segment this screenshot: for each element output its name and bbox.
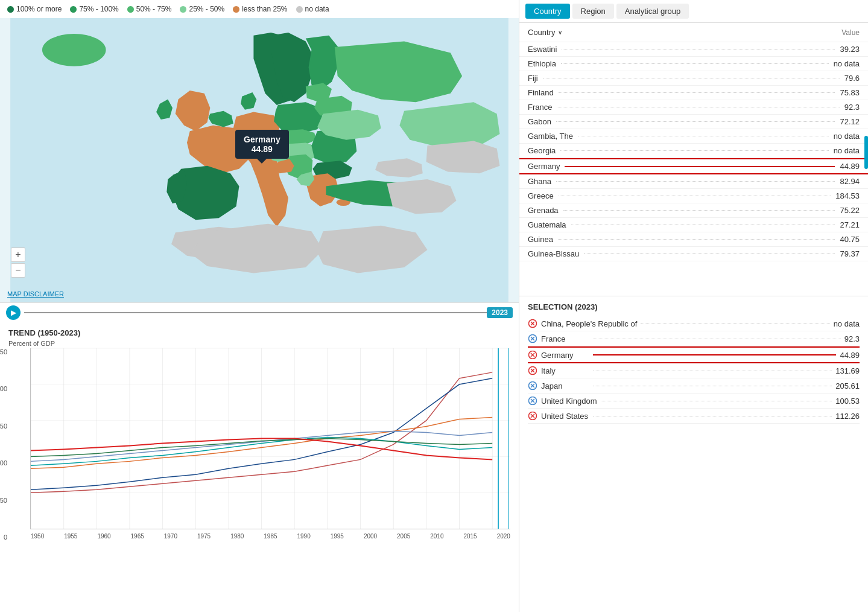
country-value-france: 92.3 <box>844 103 860 112</box>
dots-guinea-bissau <box>584 253 835 254</box>
remove-germany-button[interactable] <box>528 350 537 360</box>
scrollbar-thumb[interactable] <box>864 136 868 169</box>
sel-value-japan: 205.61 <box>835 381 860 390</box>
x-circle-icon-italy <box>528 366 537 375</box>
country-row-grenada[interactable]: Grenada 75.22 <box>519 203 868 218</box>
legend-label-75: 75% - 100% <box>79 5 118 13</box>
dots-gambia <box>578 136 829 136</box>
x-2000: 2000 <box>364 533 377 540</box>
country-value-gabon: 72.12 <box>840 117 860 126</box>
country-row-fiji[interactable]: Fiji 79.6 <box>519 71 868 86</box>
remove-china-button[interactable] <box>528 319 537 328</box>
y-100: 100 <box>0 459 7 467</box>
country-name-guinea: Guinea <box>528 235 553 244</box>
tabs: Country Region Analytical group <box>519 0 868 23</box>
country-name-gabon: Gabon <box>528 117 551 126</box>
y-50: 50 <box>0 497 7 504</box>
tab-analytical-group[interactable]: Analytical group <box>616 4 689 19</box>
timeline-year: 2023 <box>487 307 513 318</box>
y-250: 250 <box>0 348 7 355</box>
x-circle-icon-uk <box>528 397 537 405</box>
x-1950: 1950 <box>31 533 44 540</box>
country-value-guatemala: 27.21 <box>840 220 860 229</box>
x-1990: 1990 <box>297 533 311 540</box>
sel-dots-germany <box>593 354 836 355</box>
country-row-finland[interactable]: Finland 75.83 <box>519 86 868 100</box>
dots-gabon <box>556 121 835 122</box>
map-svg[interactable] <box>0 18 519 302</box>
dots-guinea <box>558 239 835 240</box>
sel-name-germany: Germany <box>541 351 589 360</box>
sel-value-italy: 131.69 <box>835 366 860 375</box>
x-circle-icon-china <box>528 319 537 328</box>
dots-guatemala <box>571 225 835 225</box>
x-circle-icon-us <box>528 412 537 420</box>
x-1975: 1975 <box>197 533 211 540</box>
country-row-germany[interactable]: Germany 44.89 <box>519 158 868 174</box>
selection-title: SELECTION (2023) <box>528 302 860 311</box>
y-150: 150 <box>0 422 7 430</box>
selection-row-germany: Germany 44.89 <box>528 346 860 363</box>
trend-title: TREND (1950-2023) <box>8 328 510 337</box>
country-row-ethiopia[interactable]: Ethiopia no data <box>519 57 868 71</box>
y-200: 200 <box>0 385 7 392</box>
map-controls: + − <box>11 247 25 278</box>
selection-row-us: United States 112.26 <box>528 409 860 424</box>
country-dropdown-label: Country <box>528 28 556 37</box>
trend-chart: 1950 1955 1960 1965 1970 1975 1980 1985 … <box>30 348 510 529</box>
tab-country[interactable]: Country <box>525 4 570 19</box>
country-row-gambia[interactable]: Gambia, The no data <box>519 129 868 144</box>
country-name-guatemala: Guatemala <box>528 220 566 229</box>
remove-uk-button[interactable] <box>528 396 537 406</box>
country-row-ghana[interactable]: Ghana 82.94 <box>519 174 868 189</box>
dots-ghana <box>556 181 835 182</box>
legend-label-100: 100% or more <box>16 5 62 13</box>
country-value-fiji: 79.6 <box>844 74 860 83</box>
selection-row-japan: Japan 205.61 <box>528 378 860 394</box>
country-row-guinea-bissau[interactable]: Guinea-Bissau 79.37 <box>519 247 868 261</box>
trend-area: TREND (1950-2023) Percent of GDP 250 200… <box>0 322 519 613</box>
country-list: Eswatini 39.23 Ethiopia no data Fiji 79.… <box>519 42 868 296</box>
country-list-header: Country ∨ Value <box>519 23 868 42</box>
country-row-georgia[interactable]: Georgia no data <box>519 144 868 158</box>
legend-item-nodata: no data <box>296 5 329 13</box>
y-axis-label: Percent of GDP <box>8 340 510 347</box>
country-row-guatemala[interactable]: Guatemala 27.21 <box>519 218 868 232</box>
legend-label-50: 50% - 75% <box>136 5 172 13</box>
legend-label-less25: less than 25% <box>242 5 287 13</box>
sel-value-us: 112.26 <box>835 412 860 421</box>
dots-finland <box>559 92 835 93</box>
tab-region[interactable]: Region <box>572 4 614 19</box>
zoom-out-button[interactable]: − <box>11 263 25 278</box>
country-row-gabon[interactable]: Gabon 72.12 <box>519 115 868 129</box>
country-row-greece[interactable]: Greece 184.53 <box>519 189 868 203</box>
country-dropdown[interactable]: Country ∨ <box>528 28 562 37</box>
remove-italy-button[interactable] <box>528 366 537 375</box>
dots-georgia <box>560 150 828 151</box>
legend-dot-less25 <box>233 6 239 13</box>
country-name-gambia: Gambia, The <box>528 132 573 141</box>
x-1995: 1995 <box>331 533 344 540</box>
map-disclaimer-link[interactable]: MAP DISCLAIMER <box>7 290 64 298</box>
legend-dot-50 <box>127 6 134 13</box>
remove-us-button[interactable] <box>528 411 537 421</box>
x-1960: 1960 <box>97 533 110 540</box>
country-name-ghana: Ghana <box>528 177 551 186</box>
country-row-guinea[interactable]: Guinea 40.75 <box>519 232 868 247</box>
remove-france-button[interactable] <box>528 334 537 343</box>
legend-item-75: 75% - 100% <box>70 5 118 13</box>
play-button[interactable]: ▶ <box>6 305 21 320</box>
country-name-fiji: Fiji <box>528 74 538 83</box>
country-row-eswatini[interactable]: Eswatini 39.23 <box>519 42 868 57</box>
country-value-ethiopia: no data <box>834 59 860 68</box>
remove-japan-button[interactable] <box>528 381 537 390</box>
timeline-track[interactable]: 2023 <box>24 307 513 319</box>
sel-dots-italy <box>593 371 832 371</box>
value-column-header: Value <box>841 28 860 37</box>
legend-item-less25: less than 25% <box>233 5 287 13</box>
sel-name-china: China, People's Republic of <box>541 319 637 328</box>
sel-dots-france <box>593 339 841 339</box>
zoom-in-button[interactable]: + <box>11 247 25 262</box>
country-row-france[interactable]: France 92.3 <box>519 100 868 115</box>
country-value-ghana: 82.94 <box>840 177 860 186</box>
